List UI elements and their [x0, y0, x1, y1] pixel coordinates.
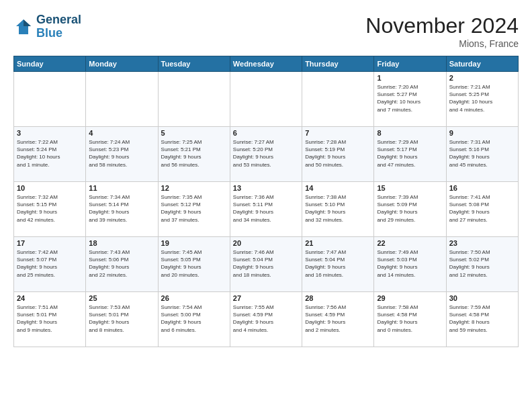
month-title: November 2024: [365, 13, 519, 38]
calendar-day-cell: 3Sunrise: 7:22 AM Sunset: 5:24 PM Daylig…: [14, 127, 86, 182]
day-number: 5: [161, 129, 227, 137]
calendar-day-cell: 18Sunrise: 7:43 AM Sunset: 5:06 PM Dayli…: [86, 237, 158, 292]
day-number: 16: [449, 184, 515, 192]
day-number: 28: [305, 294, 371, 302]
day-info: Sunrise: 7:56 AM Sunset: 4:59 PM Dayligh…: [305, 304, 371, 334]
day-info: Sunrise: 7:58 AM Sunset: 4:58 PM Dayligh…: [377, 304, 443, 334]
calendar-week-row: 3Sunrise: 7:22 AM Sunset: 5:24 PM Daylig…: [14, 127, 519, 182]
day-info: Sunrise: 7:42 AM Sunset: 5:07 PM Dayligh…: [17, 248, 83, 279]
day-number: 26: [161, 294, 227, 302]
location: Mions, France: [365, 38, 519, 49]
calendar-day-cell: [230, 72, 302, 127]
day-info: Sunrise: 7:53 AM Sunset: 5:01 PM Dayligh…: [89, 304, 154, 334]
logo-general: General: [36, 13, 81, 27]
day-header-monday: Monday: [86, 56, 158, 72]
day-info: Sunrise: 7:43 AM Sunset: 5:06 PM Dayligh…: [89, 248, 154, 279]
calendar-day-cell: 23Sunrise: 7:50 AM Sunset: 5:02 PM Dayli…: [446, 237, 518, 292]
calendar-day-cell: 1Sunrise: 7:20 AM Sunset: 5:27 PM Daylig…: [374, 72, 446, 127]
calendar-day-cell: 14Sunrise: 7:38 AM Sunset: 5:10 PM Dayli…: [302, 182, 374, 237]
calendar-day-cell: 8Sunrise: 7:29 AM Sunset: 5:17 PM Daylig…: [374, 127, 446, 182]
calendar-day-cell: 22Sunrise: 7:49 AM Sunset: 5:03 PM Dayli…: [374, 237, 446, 292]
day-number: 24: [17, 294, 83, 302]
day-info: Sunrise: 7:28 AM Sunset: 5:19 PM Dayligh…: [305, 138, 371, 169]
calendar-week-row: 24Sunrise: 7:51 AM Sunset: 5:01 PM Dayli…: [14, 292, 519, 347]
calendar-day-cell: 21Sunrise: 7:47 AM Sunset: 5:04 PM Dayli…: [302, 237, 374, 292]
calendar-day-cell: 5Sunrise: 7:25 AM Sunset: 5:21 PM Daylig…: [158, 127, 230, 182]
calendar-day-cell: 6Sunrise: 7:27 AM Sunset: 5:20 PM Daylig…: [230, 127, 302, 182]
calendar-day-cell: 24Sunrise: 7:51 AM Sunset: 5:01 PM Dayli…: [14, 292, 86, 347]
day-number: 22: [377, 239, 443, 247]
calendar-day-cell: 27Sunrise: 7:55 AM Sunset: 4:59 PM Dayli…: [230, 292, 302, 347]
calendar-day-cell: [14, 72, 86, 127]
day-info: Sunrise: 7:47 AM Sunset: 5:04 PM Dayligh…: [305, 248, 371, 279]
calendar-table: SundayMondayTuesdayWednesdayThursdayFrid…: [13, 56, 519, 347]
day-info: Sunrise: 7:25 AM Sunset: 5:21 PM Dayligh…: [161, 138, 227, 169]
day-number: 11: [89, 184, 154, 192]
day-info: Sunrise: 7:54 AM Sunset: 5:00 PM Dayligh…: [161, 304, 227, 334]
day-number: 23: [449, 239, 515, 247]
calendar-header-row: SundayMondayTuesdayWednesdayThursdayFrid…: [14, 56, 519, 72]
day-number: 1: [377, 74, 443, 82]
day-header-thursday: Thursday: [302, 56, 374, 72]
svg-marker-1: [24, 19, 31, 26]
day-number: 13: [233, 184, 299, 192]
day-number: 2: [449, 74, 515, 82]
calendar-day-cell: 10Sunrise: 7:32 AM Sunset: 5:15 PM Dayli…: [14, 182, 86, 237]
page-header: General Blue November 2024 Mions, France: [13, 13, 519, 49]
day-number: 30: [449, 294, 515, 302]
day-info: Sunrise: 7:46 AM Sunset: 5:04 PM Dayligh…: [233, 248, 299, 279]
day-info: Sunrise: 7:50 AM Sunset: 5:02 PM Dayligh…: [449, 248, 515, 279]
day-info: Sunrise: 7:59 AM Sunset: 4:58 PM Dayligh…: [449, 304, 515, 334]
calendar-week-row: 17Sunrise: 7:42 AM Sunset: 5:07 PM Dayli…: [14, 237, 519, 292]
calendar-day-cell: 25Sunrise: 7:53 AM Sunset: 5:01 PM Dayli…: [86, 292, 158, 347]
calendar-day-cell: 28Sunrise: 7:56 AM Sunset: 4:59 PM Dayli…: [302, 292, 374, 347]
calendar-day-cell: 30Sunrise: 7:59 AM Sunset: 4:58 PM Dayli…: [446, 292, 518, 347]
day-header-saturday: Saturday: [446, 56, 518, 72]
title-block: November 2024 Mions, France: [365, 13, 519, 49]
day-number: 20: [233, 239, 299, 247]
calendar-day-cell: 4Sunrise: 7:24 AM Sunset: 5:23 PM Daylig…: [86, 127, 158, 182]
day-info: Sunrise: 7:55 AM Sunset: 4:59 PM Dayligh…: [233, 304, 299, 334]
calendar-day-cell: 16Sunrise: 7:41 AM Sunset: 5:08 PM Dayli…: [446, 182, 518, 237]
day-number: 25: [89, 294, 154, 302]
calendar-day-cell: [86, 72, 158, 127]
calendar-day-cell: [302, 72, 374, 127]
logo: General Blue: [13, 13, 81, 40]
calendar-day-cell: 19Sunrise: 7:45 AM Sunset: 5:05 PM Dayli…: [158, 237, 230, 292]
calendar-day-cell: 2Sunrise: 7:21 AM Sunset: 5:25 PM Daylig…: [446, 72, 518, 127]
day-info: Sunrise: 7:32 AM Sunset: 5:15 PM Dayligh…: [17, 193, 83, 224]
day-info: Sunrise: 7:49 AM Sunset: 5:03 PM Dayligh…: [377, 248, 443, 279]
day-number: 29: [377, 294, 443, 302]
calendar-day-cell: 9Sunrise: 7:31 AM Sunset: 5:16 PM Daylig…: [446, 127, 518, 182]
calendar-week-row: 10Sunrise: 7:32 AM Sunset: 5:15 PM Dayli…: [14, 182, 519, 237]
day-header-friday: Friday: [374, 56, 446, 72]
day-info: Sunrise: 7:27 AM Sunset: 5:20 PM Dayligh…: [233, 138, 299, 169]
day-number: 9: [449, 129, 515, 137]
calendar-week-row: 1Sunrise: 7:20 AM Sunset: 5:27 PM Daylig…: [14, 72, 519, 127]
calendar-day-cell: 13Sunrise: 7:36 AM Sunset: 5:11 PM Dayli…: [230, 182, 302, 237]
day-number: 19: [161, 239, 227, 247]
calendar-day-cell: 26Sunrise: 7:54 AM Sunset: 5:00 PM Dayli…: [158, 292, 230, 347]
day-info: Sunrise: 7:20 AM Sunset: 5:27 PM Dayligh…: [377, 83, 443, 113]
calendar-day-cell: 12Sunrise: 7:35 AM Sunset: 5:12 PM Dayli…: [158, 182, 230, 237]
calendar-day-cell: 20Sunrise: 7:46 AM Sunset: 5:04 PM Dayli…: [230, 237, 302, 292]
day-number: 21: [305, 239, 371, 247]
day-number: 7: [305, 129, 371, 137]
day-header-wednesday: Wednesday: [230, 56, 302, 72]
calendar-day-cell: 17Sunrise: 7:42 AM Sunset: 5:07 PM Dayli…: [14, 237, 86, 292]
day-number: 10: [17, 184, 83, 192]
day-info: Sunrise: 7:21 AM Sunset: 5:25 PM Dayligh…: [449, 83, 515, 113]
calendar-day-cell: 7Sunrise: 7:28 AM Sunset: 5:19 PM Daylig…: [302, 127, 374, 182]
day-info: Sunrise: 7:38 AM Sunset: 5:10 PM Dayligh…: [305, 193, 371, 224]
day-number: 3: [17, 129, 83, 137]
day-number: 15: [377, 184, 443, 192]
day-info: Sunrise: 7:45 AM Sunset: 5:05 PM Dayligh…: [161, 248, 227, 279]
day-number: 18: [89, 239, 154, 247]
day-info: Sunrise: 7:24 AM Sunset: 5:23 PM Dayligh…: [89, 138, 154, 169]
day-header-sunday: Sunday: [14, 56, 86, 72]
day-number: 8: [377, 129, 443, 137]
day-number: 12: [161, 184, 227, 192]
day-number: 4: [89, 129, 154, 137]
logo-icon: [13, 17, 34, 37]
day-info: Sunrise: 7:36 AM Sunset: 5:11 PM Dayligh…: [233, 193, 299, 224]
